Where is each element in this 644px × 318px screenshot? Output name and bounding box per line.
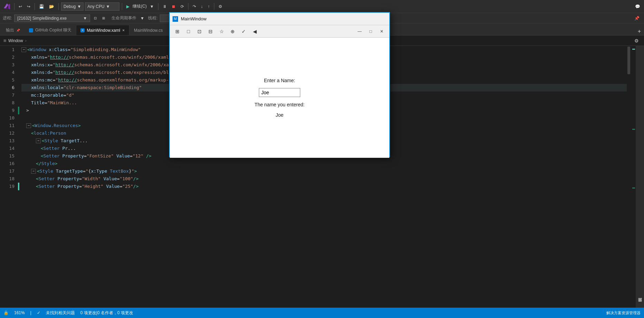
right-panel-btn[interactable]: 解决方案资源管理器 (606, 310, 641, 316)
settings-btn[interactable]: ⚙ (217, 3, 224, 10)
breadcrumb-left[interactable]: Window (8, 38, 23, 43)
design-tool-7[interactable]: ✓ (239, 27, 248, 36)
lifecycle-arrow[interactable]: ▼ (138, 15, 146, 21)
undo-btn[interactable]: ↩ (17, 3, 24, 10)
floating-title-icon: M (173, 16, 178, 22)
win-maximize-btn[interactable]: □ (366, 27, 375, 36)
code-line-18: <Setter Property="Width" Value="100"/> (21, 175, 627, 183)
gutter-dot-9 (18, 107, 19, 114)
ln-15: 15 (0, 152, 14, 160)
result-label: The name you entered: (255, 102, 305, 107)
vs-logo[interactable] (2, 2, 12, 11)
top-toolbar: ↩ ↪ 💾 📂 Debug ▼ Any CPU ▼ ▶ 继续(C) ▼ ⏸ ⏹ … (0, 0, 644, 13)
tab-cs-label: MainWindow.cs (134, 28, 163, 33)
ln-2: 2 (0, 54, 14, 61)
no-issues-label[interactable]: 未找到相关问题 (46, 310, 75, 316)
ln-5: 5 (0, 76, 14, 84)
scrollbar-thumb[interactable] (627, 47, 630, 74)
pin-btn[interactable]: 📌 (633, 15, 641, 21)
tab-xaml-label: MainWindow.xaml (87, 28, 120, 33)
ln-11: 11 (0, 122, 14, 129)
ln-13: 13 (0, 137, 14, 145)
ln-12: 12 (0, 129, 14, 137)
right-scrollbar[interactable] (627, 46, 631, 308)
redo-btn[interactable]: ↪ (25, 3, 32, 10)
no-issues-icon: ✓ (37, 310, 40, 315)
design-tool-3[interactable]: ⊡ (195, 27, 204, 36)
win-close-btn[interactable]: ✕ (377, 27, 387, 36)
process-select-btn[interactable]: ⊡ (92, 16, 98, 21)
tab-mainwindow-cs[interactable]: MainWindow.cs (129, 25, 167, 35)
editor-settings-btn[interactable]: ⚙ (633, 37, 641, 44)
tab-modified-icon: ✕ (122, 29, 125, 32)
open-btn[interactable]: 📂 (47, 3, 56, 10)
tab-output-pin[interactable]: 📌 (16, 29, 20, 32)
sep7 (214, 3, 214, 10)
design-tool-5[interactable]: ☆ (217, 27, 226, 36)
thread-label: 线程: (148, 15, 157, 21)
sep2 (35, 3, 35, 10)
design-tool-6[interactable]: ⊕ (228, 27, 237, 36)
status-bar: 🔒 161% | ✓ 未找到相关问题 0 项更改|0 名作者，0 项更改 解决方… (0, 308, 644, 318)
floating-window-content: Enter a Name: The name you entered: Joe (170, 38, 389, 158)
ln-17: 17 (0, 167, 14, 175)
breadcrumb-sep: › (25, 38, 27, 43)
debug-arrow: ▼ (77, 4, 81, 9)
tab-output[interactable]: 输出 📌 (1, 25, 25, 35)
gutter-dot-19 (18, 183, 19, 190)
feedback-btn[interactable]: 💬 (633, 3, 642, 10)
changes-label: 0 项更改|0 名作者，0 项更改 (80, 310, 133, 316)
continue-dropdown-btn[interactable]: ▼ (148, 3, 156, 10)
right-panel-toggle[interactable]: 解决方案资源管理器 (636, 46, 644, 308)
ruler-mark-2 (632, 129, 635, 130)
copilot-icon (29, 28, 33, 32)
collapse-1[interactable]: − (21, 47, 26, 52)
line-numbers-col: 1 2 3 4 5 6 7 8 9 10 11 12 13 14 15 16 1… (0, 46, 17, 308)
ln-18: 18 (0, 175, 14, 183)
ln-9: 9 (0, 107, 14, 114)
collapse-11[interactable]: − (26, 123, 31, 128)
debug-dropdown[interactable]: Debug ▼ (61, 2, 84, 11)
run-btn[interactable]: ▶ (125, 3, 131, 10)
ln-16: 16 (0, 160, 14, 167)
step-out-btn[interactable]: ↑ (206, 3, 212, 10)
enter-name-label: Enter a Name: (264, 78, 295, 83)
process-label: 进程: (3, 15, 12, 21)
restart-btn[interactable]: ⟳ (179, 3, 186, 10)
ln-1: 1 (0, 46, 14, 54)
step-into-btn[interactable]: ↓ (199, 3, 205, 10)
process-extra-btn[interactable]: ⊞ (100, 16, 107, 21)
pause-btn[interactable]: ⏸ (161, 3, 168, 10)
process-dropdown[interactable]: [21632] SimpleBinding.exe ▼ (14, 15, 90, 22)
win-minimize-btn[interactable]: — (355, 27, 364, 36)
floating-mainwindow: M MainWindow ⊞ □ ⊡ ⊟ ☆ ⊕ ✓ ◀ — □ ✕ Enter… (169, 12, 390, 157)
new-tab-btn[interactable]: + (636, 28, 643, 35)
design-tool-8[interactable]: ◀ (250, 27, 260, 36)
overview-ruler (631, 46, 636, 308)
collapse-17[interactable]: − (31, 169, 36, 174)
ln-14: 14 (0, 145, 14, 152)
zoom-icon[interactable]: 🔒 (3, 310, 9, 315)
ln-3: 3 (0, 61, 14, 69)
tab-mainwindow-xaml[interactable]: X MainWindow.xaml ✕ (76, 25, 129, 35)
floating-titlebar: M MainWindow (170, 13, 389, 25)
save-btn[interactable]: 💾 (37, 3, 46, 10)
cpu-dropdown[interactable]: Any CPU ▼ (85, 2, 119, 11)
ln-4: 4 (0, 69, 14, 76)
stop-btn[interactable]: ⏹ (170, 3, 177, 10)
design-tool-1[interactable]: ⊞ (173, 27, 182, 36)
ruler-mark-3 (632, 187, 635, 189)
cpu-label: Any CPU (87, 4, 104, 9)
sep5 (158, 3, 158, 10)
code-line-19: <Setter Property="Height" Value="25"/> (21, 183, 627, 190)
tab-copilot[interactable]: GitHub Copilot 聊天 (25, 25, 76, 35)
collapse-13[interactable]: − (36, 138, 41, 143)
cpu-arrow: ▼ (106, 4, 110, 9)
design-tool-2[interactable]: □ (184, 27, 193, 36)
design-tool-4[interactable]: ⊟ (206, 27, 215, 36)
zoom-level[interactable]: 161% (14, 310, 25, 315)
name-textbox[interactable] (259, 88, 300, 97)
ruler-mark-1 (632, 49, 635, 50)
step-over-btn[interactable]: ↷ (191, 3, 198, 10)
floating-design-toolbar: ⊞ □ ⊡ ⊟ ☆ ⊕ ✓ ◀ — □ ✕ (170, 25, 389, 38)
